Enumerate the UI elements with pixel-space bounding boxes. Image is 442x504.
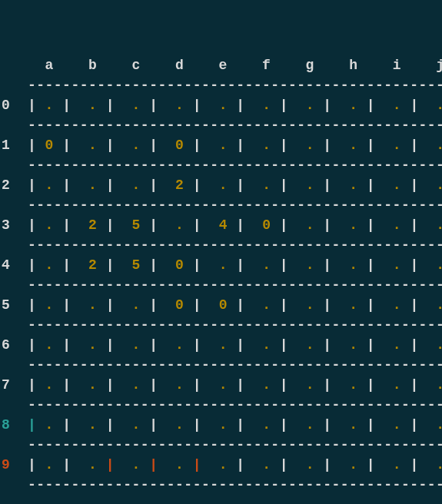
dash-segment: ----------------------------------------… [28,197,442,213]
grid-pipe: | [323,457,331,472]
grid-pipe: | [149,257,158,273]
grid-cell-c0: . [123,98,149,113]
grid-pipe: | [149,138,158,153]
grid-cell-h4: . [341,257,367,273]
grid-divider: ----------------------------------------… [2,238,440,258]
grid-pipe: | [236,217,244,233]
grid-cell-j5: . [427,297,442,313]
grid-pipe: | [62,417,71,433]
grid-pipe: | [106,417,115,433]
grid-cell-h7: . [341,377,367,393]
grid-pipe: | [236,457,244,472]
grid-pipe: | [193,98,201,113]
grid-cell-h2: . [341,177,367,193]
grid-pipe: | [323,217,331,233]
grid-row-0: 0 | . | . | . | . | . | . | . | . | . | … [2,98,440,118]
grid-pipe: | [323,377,331,393]
grid-cell-i0: . [384,98,410,113]
grid-cell-h8: . [341,417,367,433]
grid-cell-a9: . [36,457,62,472]
grid-cell-i6: . [384,337,410,353]
grid-pipe: | [410,337,418,353]
grid-cell-d4: 0 [167,257,193,273]
grid-cell-e2: . [210,177,236,193]
grid-cell-c6: . [123,337,149,353]
grid-pipe: | [280,257,288,273]
grid-cell-b6: . [80,337,106,353]
grid-cell-j6: . [427,337,442,353]
grid-pipe: | [410,417,418,433]
dash-segment: ----------------------------------------… [28,397,442,413]
grid-pipe: | [236,297,244,313]
grid-cell-g0: . [297,98,323,113]
grid-cell-f3: 0 [254,217,280,233]
grid-pipe: | [280,217,288,233]
grid-cell-e3: 4 [210,217,236,233]
dash-segment: ----------------------------------------… [28,118,442,133]
row-label-4: 4 [2,257,28,273]
dash-segment: ----------------------------------------… [28,277,442,293]
grid-pipe: | [410,217,418,233]
grid-cell-b4: 2 [80,257,106,273]
grid-cell-c9: . [123,457,149,472]
grid-pipe: | [367,177,375,193]
grid-pipe: | [280,457,288,472]
grid-pipe: | [410,257,418,273]
row-label-3: 3 [2,217,28,233]
grid-cell-f1: . [254,138,280,153]
grid-cell-j1: . [427,138,442,153]
grid-cell-b2: . [80,177,106,193]
grid-divider: ----------------------------------------… [2,398,440,418]
grid-cell-g2: . [297,177,323,193]
grid-row-5: 5 | . | . | . | 0 | 0 | . | . | . | . | … [2,298,440,318]
grid-pipe: | [62,217,71,233]
grid-divider: ----------------------------------------… [2,318,440,338]
grid-cell-h5: . [341,297,367,313]
grid-cell-b0: . [80,98,106,113]
grid-cell-a4: . [36,257,62,273]
grid-cell-i5: . [384,297,410,313]
dash-segment: ----------------------------------------… [28,357,442,373]
grid-pipe: | [28,98,36,113]
dash-segment: ----------------------------------------… [28,237,442,253]
grid-cell-d2: 2 [167,177,193,193]
grid-pipe: | [193,417,201,433]
grid-pipe: | [62,138,71,153]
grid-pipe: | [106,177,115,193]
grid-cell-a1: 0 [36,138,62,153]
grid-cell-i1: . [384,138,410,153]
grid-cell-h9: . [341,457,367,472]
row-label-5: 5 [2,297,28,313]
grid-cell-i2: . [384,177,410,193]
grid-cell-f0: . [254,98,280,113]
grid-pipe: | [193,377,201,393]
grid-cell-b9: . [80,457,106,472]
grid-pipe: | [193,457,201,472]
grid-pipe: | [149,337,158,353]
grid-divider: ----------------------------------------… [2,438,440,458]
grid-pipe: | [28,217,36,233]
grid-cell-j7: . [427,377,442,393]
grid-divider: ----------------------------------------… [2,78,440,98]
row-label-2: 2 [2,177,28,193]
column-header-c: c [123,58,167,73]
grid-cell-e8: . [210,417,236,433]
column-header-e: e [210,58,254,73]
grid-cell-b7: . [80,377,106,393]
grid-pipe: | [106,257,115,273]
row-label-0: 0 [2,98,28,113]
grid-cell-d5: 0 [167,297,193,313]
grid-pipe: | [323,297,331,313]
grid-row-6: 6 | . | . | . | . | . | . | . | . | . | … [2,338,440,358]
column-header-j: j [427,58,442,73]
grid-pipe: | [236,138,244,153]
grid-cell-b3: 2 [80,217,106,233]
grid-cell-a2: . [36,177,62,193]
grid-pipe: | [236,337,244,353]
grid-pipe: | [367,417,375,433]
row-label-9: 9 [2,457,28,472]
grid-pipe: | [410,297,418,313]
grid-cell-f6: . [254,337,280,353]
grid-row-4: 4 | . | 2 | 5 | 0 | . | . | . | . | . | … [2,258,440,278]
grid-pipe: | [367,297,375,313]
